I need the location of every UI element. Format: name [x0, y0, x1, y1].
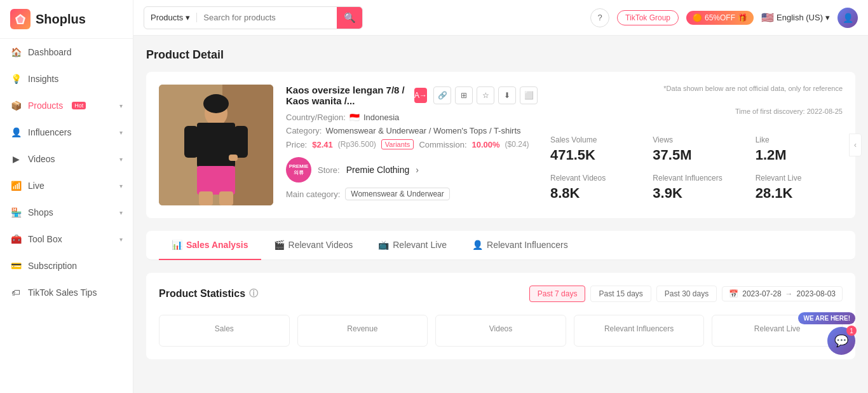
logo-area: Shoplus — [0, 0, 133, 39]
sidebar-item-influencers[interactable]: 👤 Influencers ▾ — [0, 119, 133, 146]
page-title: Product Detail — [146, 48, 855, 62]
stat-label: Relevant Videos — [550, 174, 637, 183]
sidebar-item-live[interactable]: 📶 Live ▾ — [0, 172, 133, 199]
discount-label: 65%OFF — [705, 13, 735, 22]
tab-relevant-videos[interactable]: 🎬Relevant Videos — [261, 231, 366, 260]
products-hot-badge: Hot — [72, 102, 86, 109]
svg-rect-7 — [184, 126, 198, 158]
tab-relevant-live[interactable]: 📺Relevant Live — [365, 231, 459, 260]
avatar-icon: 👤 — [843, 13, 853, 23]
tab-sales-analysis[interactable]: 📊Sales Analysis — [159, 231, 261, 260]
variants-badge[interactable]: Variants — [381, 139, 414, 149]
chat-button[interactable]: 💬 1 — [827, 327, 855, 355]
search-button[interactable]: 🔍 — [337, 6, 362, 29]
filter-btn-15days[interactable]: Past 15 days — [590, 286, 651, 302]
sidebar-item-products[interactable]: 📦 Products Hot ▾ — [0, 92, 133, 119]
sidebar-item-insights[interactable]: 💡 Insights — [0, 66, 133, 92]
stat-label: Views — [653, 135, 740, 144]
product-image-placeholder — [159, 85, 273, 205]
language-label: English (US) — [776, 13, 823, 22]
sidebar-item-shops[interactable]: 🏪 Shops ▾ — [0, 199, 133, 226]
search-category-dropdown[interactable]: Products ▾ — [144, 13, 197, 22]
brand-name: Shoplus — [36, 12, 86, 27]
svg-rect-10 — [197, 166, 235, 195]
stats-info-icon[interactable]: ⓘ — [249, 288, 258, 300]
svg-rect-9 — [229, 155, 238, 161]
store-name[interactable]: Premie Clothing — [346, 165, 410, 175]
language-selector[interactable]: 🇺🇸 English (US) ▾ — [761, 11, 830, 24]
date-arrow-icon: → — [785, 289, 793, 298]
store-logo-text: PREMIE 의류 — [289, 163, 309, 177]
price-label: Price: — [286, 140, 307, 149]
tab-label-relevant-influencers: Relevant Influencers — [487, 240, 568, 250]
discovery-time: Time of first discovery: 2022-08-25 — [550, 107, 843, 115]
filter-btn-7days[interactable]: Past 7 days — [529, 286, 586, 302]
influencers-icon: 👤 — [10, 127, 22, 138]
tabs-bar: 📊Sales Analysis🎬Relevant Videos📺Relevant… — [146, 231, 855, 260]
stat-value: 1.2M — [756, 147, 843, 163]
download-icon: ⬇ — [504, 91, 510, 100]
sidebar-item-videos[interactable]: ▶ Videos ▾ — [0, 146, 133, 172]
sidebar-label-toolbox: Tool Box — [28, 234, 62, 244]
sidebar-collapse-button[interactable]: ‹ — [849, 134, 862, 156]
tiktok-group-label: TikTok Group — [625, 13, 670, 22]
category-value: Womenswear & Underwear / Women's Tops / … — [325, 126, 520, 135]
stats-title: Product Statistics ⓘ — [159, 288, 258, 300]
sidebar-item-subscription[interactable]: 💳 Subscription — [0, 252, 133, 279]
translate-button[interactable]: A→ — [414, 88, 427, 103]
link-copy-button[interactable]: 🔗 — [433, 86, 451, 104]
qr-code-button[interactable]: ⊞ — [455, 86, 473, 104]
main-category-badge: Womenswear & Underwear — [345, 188, 450, 200]
discovery-date: 2022-08-25 — [807, 107, 843, 115]
date-to: 2023-08-03 — [797, 289, 836, 298]
sidebar-label-shops: Shops — [28, 207, 53, 217]
filter-btn-30days[interactable]: Past 30 days — [656, 286, 717, 302]
user-avatar[interactable]: 👤 — [837, 8, 858, 28]
search-category-label: Products — [151, 13, 183, 22]
qr-icon: ⊞ — [461, 91, 467, 100]
svg-rect-6 — [197, 123, 235, 167]
help-button[interactable]: ? — [590, 8, 609, 27]
tab-label-sales-analysis: Sales Analysis — [186, 240, 248, 250]
dropdown-chevron-icon: ▾ — [186, 13, 190, 22]
date-range-picker[interactable]: 📅 2023-07-28 → 2023-08-03 — [722, 286, 843, 301]
svg-rect-8 — [234, 126, 248, 158]
download-button[interactable]: ⬇ — [498, 86, 516, 104]
tiktok-group-button[interactable]: TikTok Group — [617, 10, 679, 25]
main-area: Products ▾ 🔍 ? TikTok Group 🟠 65%OFF 🎁 🇺… — [133, 0, 868, 393]
live-icon: 📶 — [10, 180, 22, 191]
share-icon: ⬜ — [524, 91, 534, 100]
bookmark-button[interactable]: ☆ — [477, 86, 494, 104]
share-button[interactable]: ⬜ — [520, 86, 538, 104]
svg-rect-12 — [219, 191, 233, 205]
shops-icon: 🏪 — [10, 207, 22, 218]
commission-value: 10.00% — [472, 140, 500, 149]
store-label: Store: — [318, 165, 340, 175]
sidebar-label-products: Products — [28, 100, 63, 111]
sidebar-label-insights: Insights — [28, 74, 58, 84]
search-icon: 🔍 — [344, 12, 356, 24]
products-icon: 📦 — [10, 100, 22, 111]
store-row: PREMIE 의류 Store: Premie Clothing › — [286, 157, 538, 183]
date-from: 2023-07-28 — [742, 289, 781, 298]
sidebar-item-toolbox[interactable]: 🧰 Tool Box ▾ — [0, 226, 133, 252]
country-row: Country/Region: 🇮🇩 Indonesia — [286, 113, 538, 122]
sidebar-label-tiktok-tips: TikTok Sales Tips — [28, 287, 97, 298]
product-statistics-section: Product Statistics ⓘ Past 7 daysPast 15 … — [146, 273, 855, 359]
sidebar-item-tiktok-tips[interactable]: 🏷 TikTok Sales Tips — [0, 279, 133, 306]
stat-value: 28.1K — [756, 185, 843, 202]
metric-card-relevant-influencers: Relevant Influencers — [574, 315, 705, 347]
svg-rect-11 — [199, 191, 213, 205]
stats-title-text: Product Statistics — [159, 288, 245, 300]
category-row: Category: Womenswear & Underwear / Women… — [286, 126, 538, 135]
price-row: Price: $2.41 (Rp36.500) Variants Commiss… — [286, 139, 538, 149]
search-input[interactable] — [197, 13, 337, 22]
chat-count: 1 — [846, 326, 857, 336]
commission-label: Commission: — [419, 140, 466, 149]
stat-item: Sales Volume 471.5K — [550, 135, 637, 163]
search-box: Products ▾ 🔍 — [144, 6, 363, 29]
tab-relevant-influencers[interactable]: 👤Relevant Influencers — [459, 231, 581, 260]
sidebar-item-dashboard[interactable]: 🏠 Dashboard — [0, 39, 133, 66]
discount-button[interactable]: 🟠 65%OFF 🎁 — [686, 11, 754, 25]
stat-item: Like 1.2M — [756, 135, 843, 163]
